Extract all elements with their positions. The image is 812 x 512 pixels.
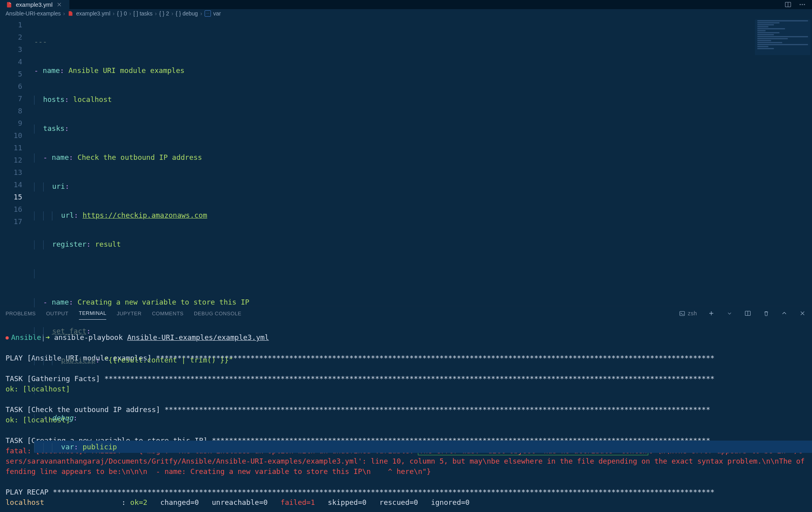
svg-point-4	[804, 4, 805, 5]
chevron-right-icon: ›	[200, 10, 202, 17]
chevron-right-icon: ›	[63, 10, 65, 17]
yaml-file-icon	[67, 10, 74, 17]
close-icon[interactable]	[56, 1, 63, 8]
line-number-gutter: 1234567891011121314151617	[0, 17, 34, 306]
editor[interactable]: 1234567891011121314151617 --- - name: An…	[0, 17, 812, 306]
svg-point-3	[802, 4, 803, 5]
editor-tab[interactable]: example3.yml	[0, 0, 69, 9]
chevron-right-icon: ›	[129, 10, 131, 17]
chevron-right-icon: ›	[155, 10, 157, 17]
tab-filename: example3.yml	[16, 1, 53, 8]
yaml-file-icon	[6, 1, 13, 8]
breadcrumb-segment[interactable]: var	[213, 10, 221, 17]
split-editor-icon[interactable]	[783, 0, 792, 9]
breadcrumb-segment[interactable]: { } 0	[117, 10, 127, 17]
breadcrumb-segment[interactable]: { } debug	[176, 10, 198, 17]
breadcrumb-segment[interactable]: { } 2	[159, 10, 169, 17]
status-dot-icon	[6, 336, 9, 339]
breadcrumb[interactable]: Ansible-URI-examples › example3.yml › { …	[0, 10, 812, 17]
breadcrumb-segment[interactable]: Ansible-URI-examples	[6, 10, 61, 17]
chevron-right-icon: ›	[171, 10, 173, 17]
code-text: ---	[34, 37, 47, 46]
code-area[interactable]: --- - name: Ansible URI module examples …	[34, 17, 812, 306]
more-actions-icon[interactable]	[798, 0, 806, 9]
tab-problems[interactable]: PROBLEMS	[6, 307, 36, 320]
chevron-right-icon: ›	[113, 10, 115, 17]
svg-point-2	[799, 4, 801, 5]
breadcrumb-segment[interactable]: [ ] tasks	[134, 10, 153, 17]
minimap[interactable]	[755, 19, 810, 55]
tab-bar: example3.yml	[0, 0, 812, 10]
editor-actions-group	[783, 0, 812, 9]
breadcrumb-segment[interactable]: example3.yml	[76, 10, 110, 17]
string-symbol-icon: ⋯	[205, 10, 211, 17]
